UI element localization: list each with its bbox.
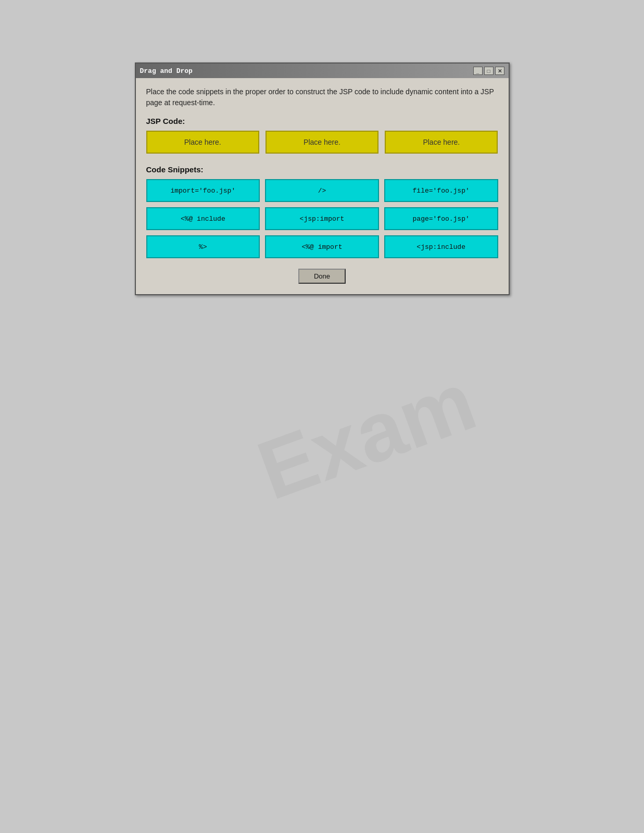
instruction-text: Place the code snippets in the proper or… — [146, 86, 498, 108]
done-button[interactable]: Done — [298, 269, 346, 284]
drag-drop-window: Drag and Drop _ □ ✕ Place the code snipp… — [135, 62, 510, 295]
drop-zone-3[interactable]: Place here. — [385, 131, 498, 154]
window-title: Drag and Drop — [140, 67, 193, 75]
minimize-button[interactable]: _ — [473, 67, 483, 75]
snippet-9[interactable]: <jsp:include — [384, 235, 498, 258]
maximize-button[interactable]: □ — [484, 67, 494, 75]
close-button[interactable]: ✕ — [495, 67, 504, 75]
done-row: Done — [146, 269, 498, 284]
snippet-5[interactable]: <jsp:import — [265, 207, 379, 230]
watermark-text: Exam — [246, 352, 487, 519]
jsp-code-label: JSP Code: — [146, 117, 498, 125]
snippet-8[interactable]: <%@ import — [265, 235, 379, 258]
snippets-label: Code Snippets: — [146, 165, 498, 174]
snippet-4[interactable]: <%@ include — [146, 207, 260, 230]
snippet-2[interactable]: /> — [265, 179, 379, 202]
drop-zone-1[interactable]: Place here. — [146, 131, 259, 154]
snippet-6[interactable]: page='foo.jsp' — [384, 207, 498, 230]
window-controls: _ □ ✕ — [473, 67, 504, 75]
snippets-grid: import='foo.jsp' /> file='foo.jsp' <%@ i… — [146, 179, 498, 258]
window-content: Place the code snippets in the proper or… — [136, 78, 509, 294]
drop-zones-container: Place here. Place here. Place here. — [146, 131, 498, 154]
snippet-7[interactable]: %> — [146, 235, 260, 258]
snippet-3[interactable]: file='foo.jsp' — [384, 179, 498, 202]
drop-zone-2[interactable]: Place here. — [266, 131, 378, 154]
title-bar: Drag and Drop _ □ ✕ — [136, 64, 509, 78]
snippet-1[interactable]: import='foo.jsp' — [146, 179, 260, 202]
